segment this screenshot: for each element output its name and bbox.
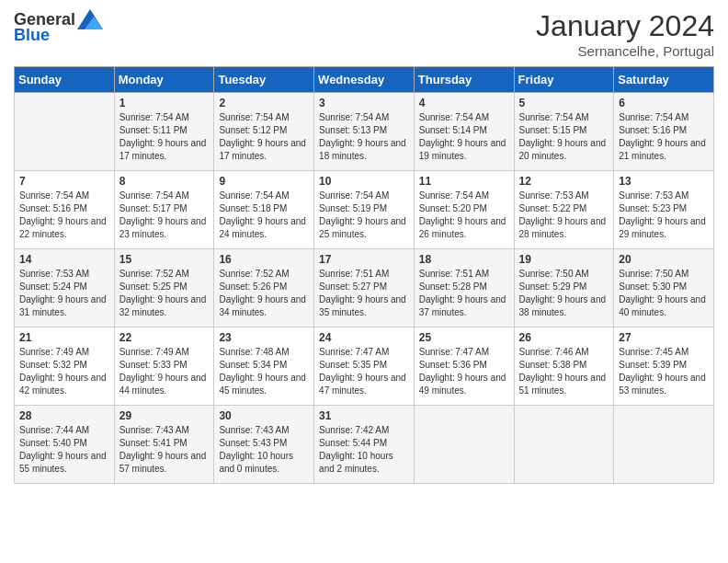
calendar-cell: 9Sunrise: 7:54 AMSunset: 5:18 PMDaylight… <box>214 171 314 249</box>
day-number: 31 <box>319 409 409 422</box>
header-tuesday: Tuesday <box>214 67 314 93</box>
cell-info: Sunrise: 7:54 AMSunset: 5:20 PMDaylight:… <box>419 190 509 241</box>
logo: General Blue <box>14 9 103 45</box>
day-number: 28 <box>19 409 109 422</box>
calendar-cell: 12Sunrise: 7:53 AMSunset: 5:22 PMDayligh… <box>514 171 614 249</box>
calendar-cell: 28Sunrise: 7:44 AMSunset: 5:40 PMDayligh… <box>15 406 115 484</box>
location-title: Sernancelhe, Portugal <box>536 43 714 59</box>
day-number: 11 <box>419 175 509 188</box>
day-number: 19 <box>519 253 609 266</box>
calendar-table: Sunday Monday Tuesday Wednesday Thursday… <box>14 66 714 484</box>
day-number: 16 <box>219 253 309 266</box>
cell-info: Sunrise: 7:54 AMSunset: 5:14 PMDaylight:… <box>419 111 509 163</box>
day-number: 24 <box>319 331 409 344</box>
header-wednesday: Wednesday <box>314 67 415 93</box>
cell-info: Sunrise: 7:54 AMSunset: 5:19 PMDaylight:… <box>319 190 409 241</box>
calendar-cell: 17Sunrise: 7:51 AMSunset: 5:27 PMDayligh… <box>314 249 415 327</box>
cell-info: Sunrise: 7:43 AMSunset: 5:43 PMDaylight:… <box>219 424 309 476</box>
calendar-cell: 6Sunrise: 7:54 AMSunset: 5:16 PMDaylight… <box>614 93 714 171</box>
day-number: 30 <box>219 409 309 422</box>
day-header-row: Sunday Monday Tuesday Wednesday Thursday… <box>15 67 714 93</box>
cell-info: Sunrise: 7:42 AMSunset: 5:44 PMDaylight:… <box>319 424 409 476</box>
calendar-cell: 29Sunrise: 7:43 AMSunset: 5:41 PMDayligh… <box>114 406 214 484</box>
calendar-cell: 4Sunrise: 7:54 AMSunset: 5:14 PMDaylight… <box>414 93 514 171</box>
cell-info: Sunrise: 7:46 AMSunset: 5:38 PMDaylight:… <box>519 346 609 397</box>
calendar-cell: 8Sunrise: 7:54 AMSunset: 5:17 PMDaylight… <box>114 171 214 249</box>
logo-icon <box>77 9 103 29</box>
calendar-cell <box>15 93 115 171</box>
calendar-cell: 18Sunrise: 7:51 AMSunset: 5:28 PMDayligh… <box>414 249 514 327</box>
day-number: 13 <box>619 175 709 188</box>
calendar-cell: 22Sunrise: 7:49 AMSunset: 5:33 PMDayligh… <box>114 327 214 406</box>
calendar-cell: 20Sunrise: 7:50 AMSunset: 5:30 PMDayligh… <box>614 249 714 327</box>
cell-info: Sunrise: 7:52 AMSunset: 5:26 PMDaylight:… <box>219 268 309 319</box>
day-number: 9 <box>219 175 309 188</box>
cell-info: Sunrise: 7:53 AMSunset: 5:23 PMDaylight:… <box>619 190 709 241</box>
cell-info: Sunrise: 7:54 AMSunset: 5:13 PMDaylight:… <box>319 111 409 163</box>
header-thursday: Thursday <box>414 67 514 93</box>
header-monday: Monday <box>114 67 214 93</box>
cell-info: Sunrise: 7:54 AMSunset: 5:16 PMDaylight:… <box>619 111 709 163</box>
day-number: 5 <box>519 97 609 109</box>
calendar-cell: 3Sunrise: 7:54 AMSunset: 5:13 PMDaylight… <box>314 93 415 171</box>
day-number: 25 <box>419 331 509 344</box>
day-number: 1 <box>119 97 210 109</box>
calendar-week-3: 21Sunrise: 7:49 AMSunset: 5:32 PMDayligh… <box>15 327 714 406</box>
header-saturday: Saturday <box>614 67 714 93</box>
calendar-cell <box>414 406 514 484</box>
calendar-cell: 26Sunrise: 7:46 AMSunset: 5:38 PMDayligh… <box>514 327 614 406</box>
cell-info: Sunrise: 7:54 AMSunset: 5:12 PMDaylight:… <box>219 111 309 163</box>
cell-info: Sunrise: 7:47 AMSunset: 5:35 PMDaylight:… <box>319 346 409 397</box>
cell-info: Sunrise: 7:49 AMSunset: 5:33 PMDaylight:… <box>119 346 210 397</box>
day-number: 4 <box>419 97 509 109</box>
calendar-cell: 27Sunrise: 7:45 AMSunset: 5:39 PMDayligh… <box>614 327 714 406</box>
cell-info: Sunrise: 7:54 AMSunset: 5:15 PMDaylight:… <box>519 111 609 163</box>
cell-info: Sunrise: 7:52 AMSunset: 5:25 PMDaylight:… <box>119 268 210 319</box>
day-number: 2 <box>219 97 309 109</box>
day-number: 29 <box>119 409 210 422</box>
calendar-cell <box>614 406 714 484</box>
calendar-cell: 16Sunrise: 7:52 AMSunset: 5:26 PMDayligh… <box>214 249 314 327</box>
calendar-week-0: 1Sunrise: 7:54 AMSunset: 5:11 PMDaylight… <box>15 93 714 171</box>
day-number: 21 <box>19 331 109 344</box>
calendar-cell: 13Sunrise: 7:53 AMSunset: 5:23 PMDayligh… <box>614 171 714 249</box>
cell-info: Sunrise: 7:47 AMSunset: 5:36 PMDaylight:… <box>419 346 509 397</box>
cell-info: Sunrise: 7:43 AMSunset: 5:41 PMDaylight:… <box>119 424 210 476</box>
day-number: 20 <box>619 253 709 266</box>
day-number: 8 <box>119 175 210 188</box>
cell-info: Sunrise: 7:44 AMSunset: 5:40 PMDaylight:… <box>19 424 109 476</box>
day-number: 18 <box>419 253 509 266</box>
cell-info: Sunrise: 7:50 AMSunset: 5:30 PMDaylight:… <box>619 268 709 319</box>
day-number: 26 <box>519 331 609 344</box>
page-header: General Blue January 2024 Sernancelhe, P… <box>14 9 714 59</box>
header-sunday: Sunday <box>15 67 115 93</box>
calendar-cell: 24Sunrise: 7:47 AMSunset: 5:35 PMDayligh… <box>314 327 415 406</box>
day-number: 22 <box>119 331 210 344</box>
day-number: 27 <box>619 331 709 344</box>
cell-info: Sunrise: 7:54 AMSunset: 5:16 PMDaylight:… <box>19 190 109 241</box>
cell-info: Sunrise: 7:51 AMSunset: 5:27 PMDaylight:… <box>319 268 409 319</box>
calendar-cell: 23Sunrise: 7:48 AMSunset: 5:34 PMDayligh… <box>214 327 314 406</box>
header-friday: Friday <box>514 67 614 93</box>
day-number: 7 <box>19 175 109 188</box>
cell-info: Sunrise: 7:54 AMSunset: 5:18 PMDaylight:… <box>219 190 309 241</box>
cell-info: Sunrise: 7:48 AMSunset: 5:34 PMDaylight:… <box>219 346 309 397</box>
calendar-week-1: 7Sunrise: 7:54 AMSunset: 5:16 PMDaylight… <box>15 171 714 249</box>
cell-info: Sunrise: 7:54 AMSunset: 5:11 PMDaylight:… <box>119 111 210 163</box>
day-number: 12 <box>519 175 609 188</box>
calendar-cell: 25Sunrise: 7:47 AMSunset: 5:36 PMDayligh… <box>414 327 514 406</box>
calendar-week-4: 28Sunrise: 7:44 AMSunset: 5:40 PMDayligh… <box>15 406 714 484</box>
cell-info: Sunrise: 7:50 AMSunset: 5:29 PMDaylight:… <box>519 268 609 319</box>
calendar-cell: 31Sunrise: 7:42 AMSunset: 5:44 PMDayligh… <box>314 406 415 484</box>
calendar-cell: 1Sunrise: 7:54 AMSunset: 5:11 PMDaylight… <box>114 93 214 171</box>
cell-info: Sunrise: 7:49 AMSunset: 5:32 PMDaylight:… <box>19 346 109 397</box>
logo-blue: Blue <box>14 26 50 45</box>
month-title: January 2024 <box>536 9 714 43</box>
day-number: 10 <box>319 175 409 188</box>
calendar-cell: 2Sunrise: 7:54 AMSunset: 5:12 PMDaylight… <box>214 93 314 171</box>
day-number: 15 <box>119 253 210 266</box>
calendar-cell: 21Sunrise: 7:49 AMSunset: 5:32 PMDayligh… <box>15 327 115 406</box>
calendar-cell: 30Sunrise: 7:43 AMSunset: 5:43 PMDayligh… <box>214 406 314 484</box>
day-number: 14 <box>19 253 109 266</box>
cell-info: Sunrise: 7:53 AMSunset: 5:22 PMDaylight:… <box>519 190 609 241</box>
